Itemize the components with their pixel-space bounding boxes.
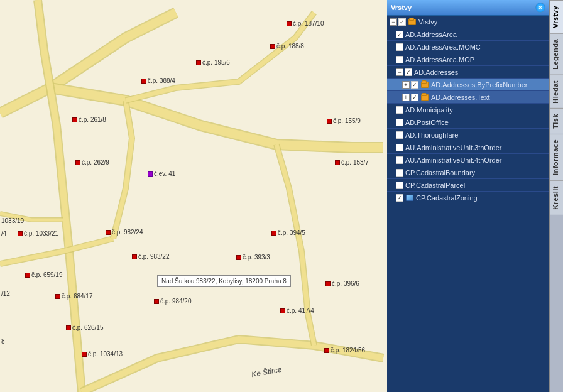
folder-icon-byprefix	[420, 80, 429, 89]
label-8: 8	[1, 338, 5, 345]
layer-item-addressarea-momc[interactable]: AD.AddressArea.MOMC	[387, 41, 549, 53]
layer-list: − Vrstvy AD.AddressArea AD.AddressArea.M…	[387, 16, 549, 392]
layer-item-vrstvy[interactable]: − Vrstvy	[387, 16, 549, 28]
layer-name-addressarea-momc: AD.AddressArea.MOMC	[405, 43, 547, 51]
layer-item-au-admin3[interactable]: AU.AdministrativeUnit.3thOrder	[387, 141, 549, 154]
layer-name-cp-zoning: CP.CadastralZoning	[416, 194, 547, 202]
label-cp-1033-21: č.p. 1033/21	[18, 230, 58, 237]
label-cp-417-4: č.p. 417/4	[280, 307, 314, 314]
expand-vrstvy[interactable]: −	[390, 18, 397, 26]
layer-panel-header: Vrstvy ×	[387, 0, 549, 16]
label-cp-396-6: č.p. 396/6	[325, 280, 359, 287]
label-cp-659-19: č.p. 659/19	[25, 271, 62, 278]
expand-byprefix[interactable]: +	[402, 81, 410, 89]
label-cp-982-24: č.p. 982/24	[106, 229, 143, 236]
tab-tisk[interactable]: Tisk	[550, 108, 563, 134]
tab-hledat[interactable]: Hledat	[550, 75, 563, 109]
layer-name-postoffice: AD.PostOffice	[405, 119, 547, 126]
label-cp-393-3: č.p. 393/3	[236, 254, 270, 261]
layer-name-addresses-text: AD.Addresses.Text	[431, 94, 547, 101]
layer-name-cp-parcel: CP.CadastralParcel	[405, 182, 547, 189]
checkbox-cp-boundary[interactable]	[396, 169, 403, 177]
checkbox-cp-parcel[interactable]	[396, 182, 403, 189]
layer-name-byprefix: AD.Addresses.ByPrefixNumber	[431, 81, 547, 89]
layer-item-cp-parcel[interactable]: CP.CadastralParcel	[387, 179, 549, 192]
layer-panel: Vrstvy × − Vrstvy AD.AddressArea	[387, 0, 549, 392]
label-cev-41: č.ev. 41	[148, 170, 175, 177]
label-1033-10: 1033/10	[1, 217, 24, 224]
tab-vrstvy[interactable]: Vrstvy	[550, 0, 563, 33]
layer-name-cp-boundary: CP.CadastralBoundary	[405, 169, 547, 177]
checkbox-cp-zoning[interactable]	[396, 194, 403, 202]
folder-icon-addresses-text	[420, 93, 429, 102]
layer-item-cp-boundary[interactable]: CP.CadastralBoundary	[387, 166, 549, 179]
layer-item-thoroughfare[interactable]: AD.Thoroughfare	[387, 129, 549, 141]
tab-legenda[interactable]: Legenda	[550, 33, 563, 75]
label-cp-195-6: č.p. 195/6	[196, 59, 230, 66]
label-cp-155-9: č.p. 155/9	[327, 117, 361, 124]
layer-name-vrstvy: Vrstvy	[418, 18, 547, 26]
label-cp-983-22: č.p. 983/22	[132, 253, 169, 260]
layer-name-au-admin3: AU.AdministrativeUnit.3thOrder	[405, 144, 547, 151]
checkbox-addresses-text[interactable]	[411, 94, 418, 101]
label-cp-1034-13: č.p. 1034/13	[82, 351, 123, 357]
map-icon-cp-zoning	[405, 193, 414, 202]
layer-item-postoffice[interactable]: AD.PostOffice	[387, 116, 549, 129]
tab-kreslit[interactable]: Kreslit	[550, 180, 563, 215]
right-panel: Vrstvy × − Vrstvy AD.AddressArea	[387, 0, 563, 392]
layer-item-byprefix[interactable]: + AD.Addresses.ByPrefixNumber	[387, 79, 549, 91]
layer-item-cp-zoning[interactable]: CP.CadastralZoning	[387, 192, 549, 204]
layer-item-addresses-text[interactable]: + AD.Addresses.Text	[387, 91, 549, 104]
checkbox-thoroughfare[interactable]	[396, 131, 403, 139]
panel-close-button[interactable]: ×	[535, 3, 545, 13]
checkbox-vrstvy[interactable]	[398, 18, 406, 26]
label-cp-262-9: č.p. 262/9	[75, 159, 109, 166]
layer-item-au-admin4[interactable]: AU.AdministrativeUnit.4thOrder	[387, 154, 549, 166]
tab-informace[interactable]: Informace	[550, 134, 563, 180]
label-cp-394-5: č.p. 394/5	[271, 229, 305, 236]
vertical-tabs: Vrstvy Legenda Hledat Tisk Informace Kre…	[549, 0, 563, 392]
layer-name-addresses: AD.Addresses	[414, 68, 547, 76]
layer-item-addresses[interactable]: − AD.Addresses	[387, 66, 549, 79]
checkbox-au-admin3[interactable]	[396, 144, 403, 151]
label-cp-388-4: č.p. 388/4	[141, 77, 175, 84]
checkbox-addresses[interactable]	[405, 68, 412, 76]
expand-addresses[interactable]: −	[396, 68, 403, 76]
label-cp-188-8: č.p. 188/8	[270, 43, 304, 50]
label-cp-261-8: č.p. 261/8	[72, 116, 106, 123]
layer-item-municipality[interactable]: AD.Municipality	[387, 104, 549, 116]
label-slash-12: /12	[1, 290, 10, 297]
expand-addresses-text[interactable]: +	[402, 94, 410, 101]
label-cp-626-15: č.p. 626/15	[66, 324, 103, 331]
checkbox-addressarea-momc[interactable]	[396, 43, 403, 51]
map-tooltip: Nad Šutkou 983/22, Kobylisy, 18200 Praha…	[157, 275, 291, 287]
label-cp-187-10: č.p. 187/10	[287, 20, 324, 27]
label-cp-1824-56: č.p. 1824/56	[324, 347, 365, 354]
layer-item-addressarea[interactable]: AD.AddressArea	[387, 28, 549, 41]
checkbox-addressarea[interactable]	[396, 31, 403, 38]
layer-name-au-admin4: AU.AdministrativeUnit.4thOrder	[405, 156, 547, 164]
layer-name-municipality: AD.Municipality	[405, 106, 547, 114]
layer-item-addressarea-mop[interactable]: AD.AddressArea.MOP	[387, 53, 549, 66]
label-cp-153-7: č.p. 153/7	[335, 159, 369, 166]
folder-icon-vrstvy	[408, 18, 417, 26]
layer-name-thoroughfare: AD.Thoroughfare	[405, 131, 547, 139]
map-roads	[0, 0, 387, 392]
checkbox-byprefix[interactable]	[411, 81, 418, 89]
map-canvas[interactable]: č.p. 187/10 č.p. 188/8 č.p. 195/6 č.p. 3…	[0, 0, 387, 392]
panel-title: Vrstvy	[391, 4, 412, 11]
label-cp-984-20: č.p. 984/20	[154, 298, 191, 305]
checkbox-au-admin4[interactable]	[396, 156, 403, 164]
layer-name-addressarea-mop: AD.AddressArea.MOP	[405, 56, 547, 63]
label-cp-684-17: č.p. 684/17	[55, 293, 92, 300]
checkbox-postoffice[interactable]	[396, 119, 403, 126]
label-slash-4: /4	[1, 230, 6, 237]
checkbox-municipality[interactable]	[396, 106, 403, 114]
checkbox-addressarea-mop[interactable]	[396, 56, 403, 63]
layer-name-addressarea: AD.AddressArea	[405, 31, 547, 38]
